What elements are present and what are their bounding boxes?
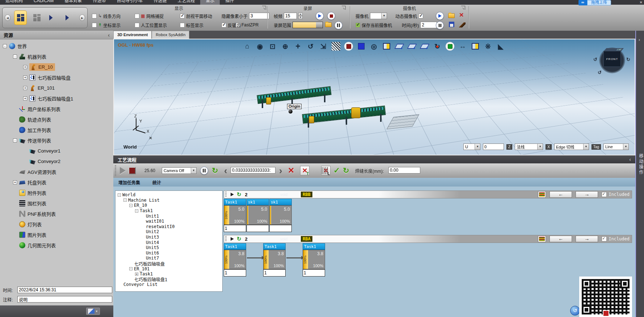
task-row-rbb-header[interactable]: ↻ 2 void RBB ← → Included [224,190,632,198]
orbit-view-icon[interactable]: ◉ [255,42,265,51]
refresh-icon[interactable]: ↻ [212,166,218,175]
camera-off-select[interactable]: Camera Off▼ [162,167,197,174]
step-value-input[interactable] [231,167,275,174]
delete-icon[interactable]: ✕ [288,166,294,175]
menu-agv[interactable]: 自动导引小车 [111,0,148,5]
checkbox[interactable] [135,23,139,27]
task-block[interactable]: Task1 100% 3.8100% [224,243,246,277]
checkbox[interactable] [135,14,139,18]
tree-item-pallet-list[interactable]: +托盘列表 [0,177,113,188]
tree-item-er101[interactable]: +ER_101 [0,83,113,93]
tab-add-task-set[interactable]: 增加任务集 [118,179,140,185]
rotate-view-icon[interactable]: ↺ [306,42,315,51]
3d-viewport[interactable]: OGL - HW68 fps ⌂ ◉ ⊡ ⊕ + ↺ ⇲ ◎ ↻ ↔ ※ ◣ [113,39,635,155]
tree-item-er10[interactable]: +ER_10 [0,62,113,72]
note-input[interactable] [17,296,112,303]
record-pause-button[interactable] [334,21,342,29]
task-block[interactable]: sk1 5.0100% [247,199,269,232]
display-dialog-launcher-icon[interactable] [262,6,266,10]
record-open-button[interactable] [325,22,332,27]
tree-item-attachment-list[interactable]: 附件列表 [0,188,113,198]
sketch-icon[interactable]: ◣ [496,42,505,51]
sim-pause-button[interactable] [200,167,208,175]
view-plane-side-icon[interactable] [420,42,429,51]
shift-right-button[interactable]: → [576,191,598,198]
checkbox[interactable] [92,14,97,18]
shift-right-button[interactable]: → [576,236,598,242]
camera-open-button[interactable] [448,13,455,18]
measure-icon[interactable]: ↔ [458,42,467,51]
sim-play-button[interactable] [120,167,126,174]
step-forward-icon[interactable]: › [279,167,282,174]
included-toggle[interactable]: Included [602,192,630,197]
process-tree[interactable]: -World -Machine List -ER_10 -Task1 Unit1… [115,190,223,292]
coord-display-toggle[interactable]: ↟坐标显示 [92,22,121,28]
block-count-input[interactable] [224,225,246,232]
scroll-left-icon[interactable]: ◂ [5,14,10,21]
reload-icon[interactable]: ↻ [343,166,349,175]
record-dialog-launcher-icon[interactable] [342,6,346,10]
checkbox[interactable] [222,23,226,27]
mirror-left-button[interactable] [47,10,59,25]
z-chip[interactable]: Z [506,144,512,150]
tree-item-trajectory-list[interactable]: 轨迹点列表 [0,114,113,125]
pan-icon[interactable]: + [293,42,303,51]
bounding-box-icon[interactable] [471,42,480,51]
tree-item-ucs-list[interactable]: 用户坐标系列表 [0,104,113,114]
block-count-input[interactable] [224,269,246,277]
camera-play-button[interactable] [436,12,444,20]
upload-button[interactable]: 拖拽上传 [587,0,611,5]
loop-icon[interactable]: ↻ [237,191,241,198]
menu-motion[interactable]: 运动机构 [0,0,28,5]
menu-plugin[interactable]: 插件 [220,0,239,5]
tree-item-fence-list[interactable]: 围栏列表 [0,198,113,209]
edge-tangent-select[interactable]: Edge 切线▼ [554,143,589,150]
fps-spinner[interactable]: ▲▼ [298,13,303,19]
tree-item-gripper[interactable]: +七巧板四轴吸盘 [0,72,113,83]
navigation-cube[interactable]: 1:50 FRONT ↺ ↻ ↺ [593,46,630,81]
delete-task-button[interactable]: ✕T [300,166,310,175]
view-plane-front-icon[interactable] [407,42,417,51]
fps-input[interactable] [284,13,297,19]
move-operation-strip[interactable]: › 移动操作 [635,31,644,317]
camera-brush-button[interactable] [459,22,466,27]
tree-item-conveyor2[interactable]: Conveyor2 [0,156,113,167]
globe-icon[interactable]: ↺ [570,306,580,316]
camera-delete-button[interactable]: ✕ [459,13,464,18]
drag-handle[interactable] [225,236,227,242]
robot-list-icon[interactable] [538,236,546,242]
close-icon[interactable]: ✕ [640,0,643,5]
tab-3d-environment[interactable]: 3D Environment [113,31,152,39]
rotate-point-icon[interactable]: ↻ [433,42,442,51]
included-toggle[interactable]: Included [602,236,630,241]
trajectory-axes-icon[interactable]: ※ [483,42,493,51]
shift-left-button[interactable]: ← [550,191,572,198]
process-collapse-icon[interactable]: ‹ [629,157,631,162]
record-range-swatch[interactable] [292,22,323,28]
view-plane-top-icon[interactable] [395,42,404,51]
robot-er101-model[interactable] [351,107,361,118]
label-display-toggle[interactable]: 标签显示 [180,22,203,28]
checkbox[interactable] [418,14,423,18]
drag-handle[interactable] [225,192,227,197]
u-select[interactable]: U▼ [463,143,480,150]
section-plane-move-toggle[interactable]: 剖视平面移动 [180,13,212,19]
origin-marker[interactable] [289,110,292,113]
tree-item-geometry-list[interactable]: 几何图元列表 [0,240,113,250]
shift-left-button[interactable]: ← [550,236,572,242]
orbit-right-icon[interactable]: ↻ [626,57,630,62]
block-count-input[interactable] [263,269,286,277]
scroll-right-icon[interactable]: ▸ [79,14,85,21]
time-input[interactable] [17,287,112,293]
checkbox[interactable] [355,23,360,27]
tree-item-workpiece-list[interactable]: 加工件列表 [0,125,113,135]
confirm-icon[interactable]: ✓ [333,166,340,175]
menu-process-flow[interactable]: 工艺流程 [172,0,200,5]
step-back-icon[interactable]: ‹ [224,167,227,174]
tree-item-world[interactable]: -世界 [0,41,113,51]
menu-display[interactable]: 显示 [200,0,220,5]
layout-grid2-button[interactable] [30,10,43,25]
tree-item-conveyor1[interactable]: Conveyor1 [0,146,113,156]
task-row-rba-header[interactable]: ↻ 2 void RBA ← → Included [224,235,632,243]
camera-save-button[interactable] [449,22,454,27]
